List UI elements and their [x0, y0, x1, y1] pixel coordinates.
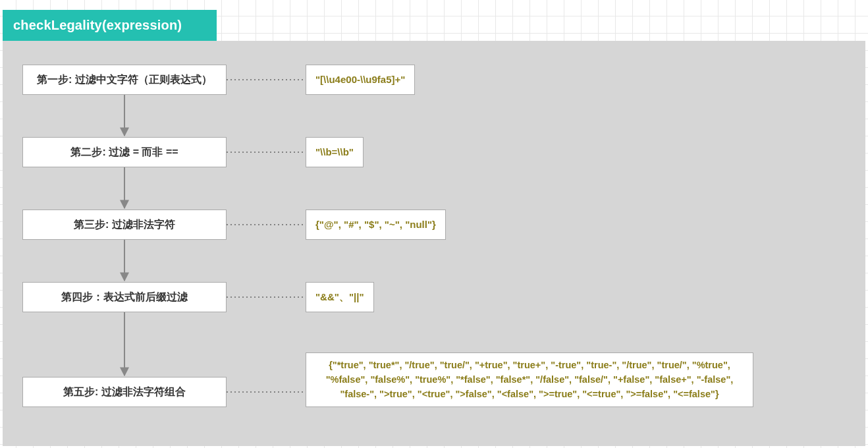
- step-5-box: 第五步: 过滤非法字符组合: [22, 377, 227, 407]
- function-header: checkLegality(expression): [3, 10, 217, 41]
- step-2-label: 第二步: 过滤 = 而非 ==: [70, 146, 178, 159]
- step-4-box: 第四步：表达式前后缀过滤: [22, 282, 227, 312]
- step-3-detail: {"@", "#", "$", "~", "null"}: [306, 210, 446, 240]
- step-3-box: 第三步: 过滤非法字符: [22, 210, 227, 240]
- diagram-body: 第一步: 过滤中文字符（正则表达式） "[\\u4e00-\\u9fa5]+" …: [3, 41, 865, 446]
- step-2-box: 第二步: 过滤 = 而非 ==: [22, 137, 227, 167]
- step-5-detail-text: {"*true", "true*", "/true", "true/", "+t…: [315, 358, 744, 401]
- step-3-detail-text: {"@", "#", "$", "~", "null"}: [315, 217, 436, 233]
- step-4-label: 第四步：表达式前后缀过滤: [61, 291, 188, 304]
- step-5-label: 第五步: 过滤非法字符组合: [63, 385, 186, 399]
- step-1-label: 第一步: 过滤中文字符（正则表达式）: [37, 73, 212, 87]
- step-3-label: 第三步: 过滤非法字符: [74, 218, 175, 232]
- step-2-detail-text: "\\b=\\b": [315, 145, 354, 160]
- step-1-box: 第一步: 过滤中文字符（正则表达式）: [22, 65, 227, 95]
- step-5-detail: {"*true", "true*", "/true", "true/", "+t…: [306, 352, 753, 407]
- step-4-detail-text: "&&"、"||": [315, 290, 364, 305]
- step-1-detail-text: "[\\u4e00-\\u9fa5]+": [315, 72, 405, 88]
- step-2-detail: "\\b=\\b": [306, 137, 364, 167]
- step-4-detail: "&&"、"||": [306, 282, 374, 312]
- step-1-detail: "[\\u4e00-\\u9fa5]+": [306, 65, 415, 95]
- function-title: checkLegality(expression): [13, 18, 182, 33]
